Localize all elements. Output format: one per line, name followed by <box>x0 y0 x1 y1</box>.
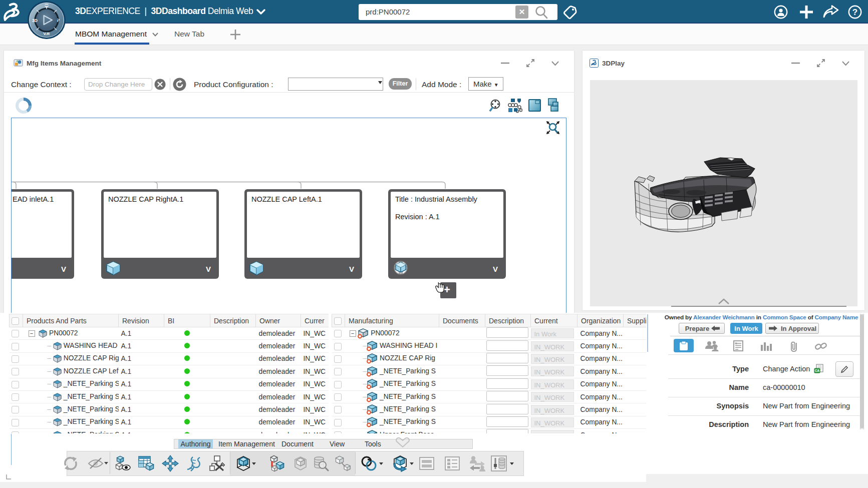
svg-text:CA: CA <box>815 369 820 372</box>
svg-text:i²: i² <box>57 18 60 23</box>
svg-text:V.R: V.R <box>44 32 50 36</box>
svg-text:3D: 3D <box>32 18 38 23</box>
svg-text:?: ? <box>852 8 857 17</box>
